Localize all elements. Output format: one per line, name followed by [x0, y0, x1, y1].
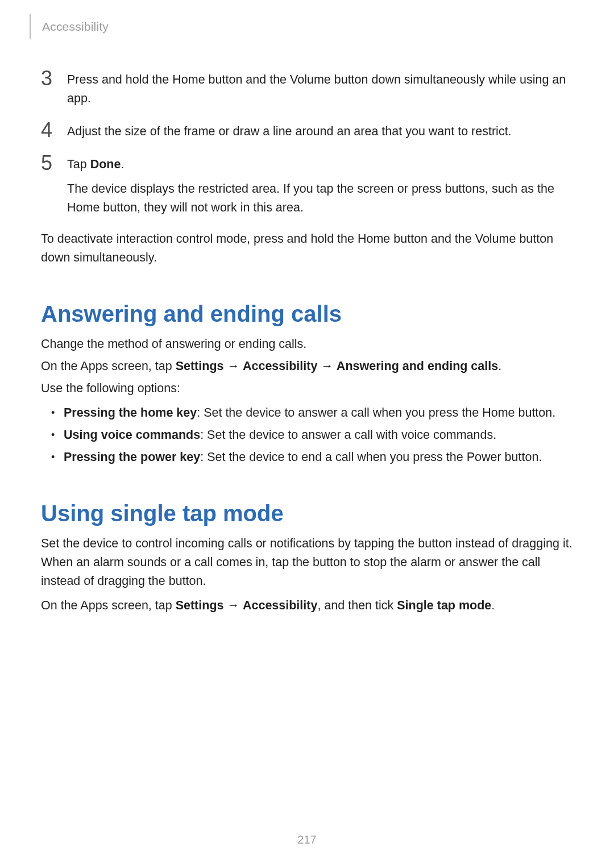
option-power-label: Pressing the power key — [64, 450, 200, 464]
step-5-sub: The device displays the restricted area.… — [67, 180, 573, 217]
option-power-desc: : Set the device to end a call when you … — [200, 450, 542, 464]
nav-prefix: On the Apps screen, tap — [41, 359, 176, 373]
answering-intro: Change the method of answering or ending… — [41, 335, 573, 354]
nav-target: Answering and ending calls — [337, 359, 498, 373]
section-title-singletap: Using single tap mode — [41, 501, 573, 526]
nav-period: . — [498, 359, 501, 373]
step-4-body: Adjust the size of the frame or draw a l… — [67, 121, 573, 141]
answering-nav-path: On the Apps screen, tap Settings → Acces… — [41, 357, 573, 376]
stm-accessibility: Accessibility — [243, 599, 317, 612]
singletap-nav-path: On the Apps screen, tap Settings → Acces… — [41, 596, 573, 615]
step-4: 4 Adjust the size of the frame or draw a… — [41, 121, 573, 141]
option-voice-desc: : Set the device to answer a call with v… — [200, 428, 496, 442]
step-3: 3 Press and hold the Home button and the… — [41, 69, 573, 108]
page-header: Accessibility — [41, 20, 573, 39]
step-5-period: . — [121, 157, 124, 171]
stm-target: Single tap mode — [397, 599, 491, 612]
option-voice-label: Using voice commands — [64, 428, 200, 442]
stm-prefix: On the Apps screen, tap — [41, 599, 176, 612]
page-number: 217 — [0, 833, 614, 846]
step-3-body: Press and hold the Home button and the V… — [67, 69, 573, 108]
step-5: 5 Tap Done. The device displays the rest… — [41, 153, 573, 217]
stm-settings: Settings — [176, 599, 224, 612]
option-home-key-label: Pressing the home key — [64, 406, 197, 420]
stm-arrow: → — [223, 599, 242, 612]
closing-paragraph: To deactivate interaction control mode, … — [41, 230, 573, 267]
singletap-p1: Set the device to control incoming calls… — [41, 534, 573, 591]
nav-accessibility: Accessibility — [243, 359, 317, 373]
step-5-body: Tap Done. The device displays the restri… — [67, 153, 573, 217]
step-number-3: 3 — [41, 69, 67, 88]
answering-options-list: Pressing the home key: Set the device to… — [41, 404, 573, 467]
stm-period: . — [491, 599, 495, 612]
section-title-answering: Answering and ending calls — [41, 301, 573, 327]
nav-settings: Settings — [176, 359, 224, 373]
option-home-key: Pressing the home key: Set the device to… — [41, 404, 573, 422]
option-power-key: Pressing the power key: Set the device t… — [41, 448, 573, 467]
step-5-tap: Tap — [67, 157, 90, 171]
step-number-4: 4 — [41, 121, 67, 140]
step-number-5: 5 — [41, 153, 67, 173]
header-section-name: Accessibility — [41, 20, 109, 33]
step-5-done: Done — [90, 157, 121, 171]
nav-arrow-2: → — [317, 359, 336, 373]
nav-arrow-1: → — [223, 359, 242, 373]
manual-page: Accessibility 3 Press and hold the Home … — [0, 0, 614, 868]
option-voice-commands: Using voice commands: Set the device to … — [41, 426, 573, 445]
answering-options-intro: Use the following options: — [41, 379, 573, 398]
option-home-key-desc: : Set the device to answer a call when y… — [197, 406, 555, 420]
stm-mid: , and then tick — [317, 599, 397, 612]
header-rule — [30, 14, 31, 39]
